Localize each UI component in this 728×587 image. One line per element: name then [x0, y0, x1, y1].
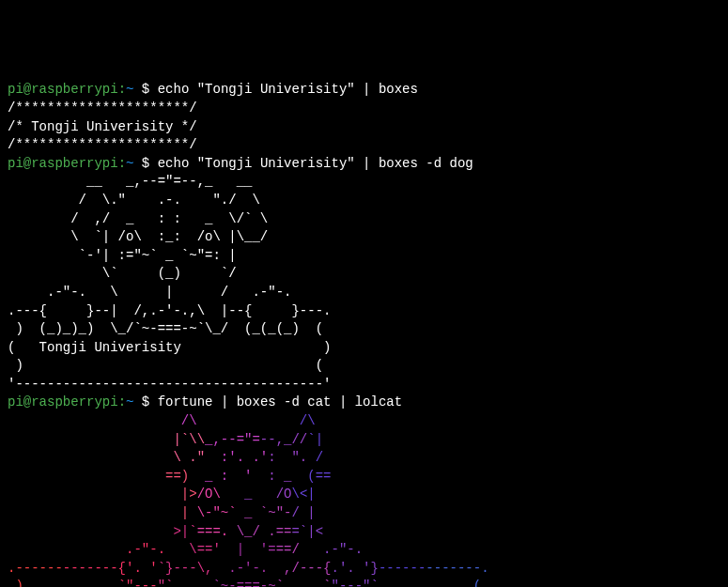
- dog-art-line: / \." .-. "./ \: [8, 193, 260, 208]
- lolcat-line: |`\\_,--="=--,_//`|: [8, 432, 323, 447]
- lolcat-line: .-"-. \==' | '===/ .-"-.: [8, 542, 363, 557]
- command-2[interactable]: echo "Tongji Univerisity" | boxes -d dog: [158, 156, 473, 171]
- lolcat-line: ==) _ : ' : _ (==: [8, 469, 331, 484]
- boxes-output-line: /**********************/: [8, 100, 197, 116]
- command-3[interactable]: fortune | boxes -d cat | lolcat: [158, 394, 402, 409]
- dog-art-line: .-"-. \ | / .-"-.: [8, 285, 291, 300]
- prompt-line-1: pi@raspberrypi:~ $ echo "Tongji Univeris…: [8, 82, 418, 97]
- dog-art-line: \ `| /o\ :_: /o\ |\__/: [8, 229, 268, 244]
- dog-art-line: ) (_)_)_) \_/`~-===-~`\_/ (_(_(_) (: [8, 321, 323, 336]
- dog-art-line: \` (_) `/: [8, 266, 237, 281]
- prompt-symbol: $: [142, 82, 149, 97]
- prompt-path: ~: [126, 82, 133, 97]
- dog-art-line: '---------------------------------------…: [8, 377, 331, 392]
- lolcat-line: ) `"---"` `~-===-~` `"---"` (: [8, 579, 481, 587]
- terminal-output: pi@raspberrypi:~ $ echo "Tongji Univeris…: [8, 81, 720, 587]
- dog-art-line: `-'| :="~` _ `~"=: |: [8, 248, 237, 263]
- lolcat-line: .-------------{'. '`}---\, .-'-. ,/---{.…: [8, 561, 489, 576]
- prompt-user: pi: [8, 82, 23, 97]
- lolcat-line: >|`===. \_/ .===`|<: [8, 524, 323, 539]
- lolcat-line: | \-"~` _ `~"-/ |: [8, 505, 316, 520]
- dog-art-line: ) (: [8, 358, 323, 373]
- lolcat-line: |>/O\ _ /O\<|: [8, 487, 316, 502]
- dog-art-line: / ,/ _ : : _ \/` \: [8, 211, 268, 226]
- boxes-output-line: /**********************/: [8, 137, 197, 152]
- lolcat-line: /\ /\: [8, 413, 316, 428]
- prompt-host: raspberrypi: [31, 82, 117, 97]
- command-1[interactable]: echo "Tongji Univerisity" | boxes: [158, 82, 418, 97]
- lolcat-line: \ ." :'. .': ". /: [8, 450, 323, 465]
- dog-art-line: __ _,--="=--,_ __: [8, 174, 252, 189]
- dog-art-line: .---{ }--| /,.-'-.,\ |--{ }---.: [8, 303, 331, 318]
- boxes-output-line: /* Tongji Univerisity */: [8, 119, 197, 134]
- dog-art-line: ( Tongji Univerisity ): [8, 340, 331, 355]
- prompt-line-2: pi@raspberrypi:~ $ echo "Tongji Univeris…: [8, 156, 473, 171]
- prompt-line-3: pi@raspberrypi:~ $ fortune | boxes -d ca…: [8, 394, 402, 409]
